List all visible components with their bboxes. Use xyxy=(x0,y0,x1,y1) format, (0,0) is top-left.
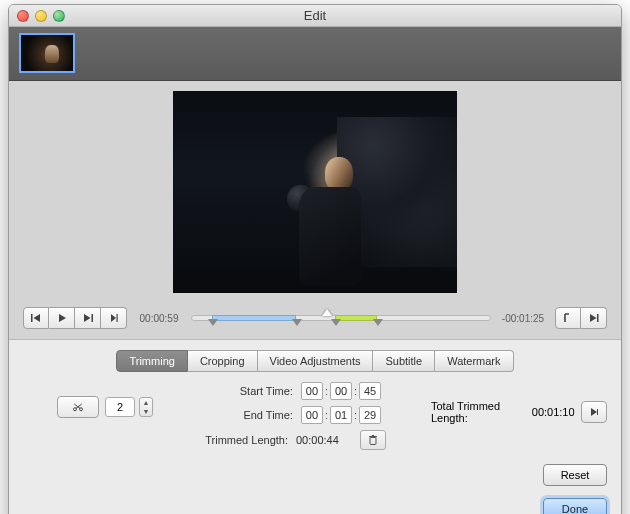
video-preview[interactable] xyxy=(173,91,457,293)
svg-rect-3 xyxy=(597,314,599,322)
stepper-arrows-icon[interactable]: ▲▼ xyxy=(139,397,153,417)
zoom-icon[interactable] xyxy=(53,10,65,22)
total-trimmed: Total Trimmed Length: 00:01:10 xyxy=(431,382,607,424)
close-icon[interactable] xyxy=(17,10,29,22)
titlebar: Edit xyxy=(9,5,621,27)
tab-video-adjustments[interactable]: Video Adjustments xyxy=(258,350,374,372)
window-title: Edit xyxy=(9,8,621,23)
play-button[interactable] xyxy=(49,307,75,329)
svg-rect-1 xyxy=(91,314,93,322)
start-time-input[interactable]: 00: 00: 45 xyxy=(301,382,381,400)
video-frame xyxy=(173,91,457,293)
edit-window: Edit xyxy=(8,4,622,514)
start-time-label: Start Time: xyxy=(203,385,293,397)
transport-row: 00:00:59 -00:01:25 xyxy=(23,307,607,329)
svg-rect-6 xyxy=(370,438,376,445)
clip-thumbstrip xyxy=(9,27,621,81)
tab-watermark[interactable]: Watermark xyxy=(435,350,513,372)
svg-rect-2 xyxy=(116,314,117,322)
segment-controls: 2 ▲▼ xyxy=(23,382,153,418)
mark-out-button[interactable] xyxy=(581,307,607,329)
transport-buttons xyxy=(23,307,127,329)
total-trimmed-value: 00:01:10 xyxy=(532,406,575,418)
total-trimmed-label: Total Trimmed Length: xyxy=(431,400,526,424)
cut-button[interactable] xyxy=(57,396,99,418)
tabs: TrimmingCroppingVideo AdjustmentsSubtitl… xyxy=(23,350,607,372)
remaining-time: -00:01:25 xyxy=(497,313,549,324)
trimmed-length-value: 00:00:44 xyxy=(296,434,352,446)
tab-subtitle[interactable]: Subtitle xyxy=(373,350,435,372)
clip-thumbnail[interactable] xyxy=(19,33,75,73)
mark-in-button[interactable] xyxy=(555,307,581,329)
done-button[interactable]: Done xyxy=(543,498,607,514)
dialog-buttons: Reset xyxy=(23,456,607,486)
delete-segment-button[interactable] xyxy=(360,430,386,450)
preview-wrap xyxy=(23,91,607,301)
trim-handle[interactable] xyxy=(332,310,342,326)
svg-rect-7 xyxy=(369,436,377,437)
scene-figure xyxy=(291,155,369,285)
step-button[interactable] xyxy=(101,307,127,329)
minimize-icon[interactable] xyxy=(35,10,47,22)
settings-panel: TrimmingCroppingVideo AdjustmentsSubtitl… xyxy=(9,340,621,514)
segment-stepper[interactable]: 2 ▲▼ xyxy=(105,397,153,417)
time-fields: Start Time: 00: 00: 45 End Time: 00: 01:… xyxy=(161,382,423,456)
reset-button[interactable]: Reset xyxy=(543,464,607,486)
tab-cropping[interactable]: Cropping xyxy=(188,350,258,372)
svg-rect-8 xyxy=(372,435,374,436)
end-time-input[interactable]: 00: 01: 29 xyxy=(301,406,381,424)
segment-count: 2 xyxy=(105,397,135,417)
prev-button[interactable] xyxy=(23,307,49,329)
tab-trimming[interactable]: Trimming xyxy=(116,350,187,372)
mark-buttons xyxy=(555,307,607,329)
window-controls xyxy=(17,10,65,22)
trimming-panel: 2 ▲▼ Start Time: 00: 00: 45 End Time: xyxy=(23,382,607,456)
trim-handle[interactable] xyxy=(293,310,303,326)
preview-area: 00:00:59 -00:01:25 xyxy=(9,81,621,340)
svg-rect-0 xyxy=(31,314,33,322)
current-time: 00:00:59 xyxy=(133,313,185,324)
next-button[interactable] xyxy=(75,307,101,329)
trim-segment-1[interactable] xyxy=(212,315,296,321)
trimmed-length-label: Trimmed Length: xyxy=(198,434,288,446)
preview-trim-button[interactable] xyxy=(581,401,607,423)
trim-handle[interactable] xyxy=(374,310,384,326)
end-time-label: End Time: xyxy=(203,409,293,421)
trim-handle[interactable] xyxy=(209,310,219,326)
timeline[interactable] xyxy=(191,310,491,326)
